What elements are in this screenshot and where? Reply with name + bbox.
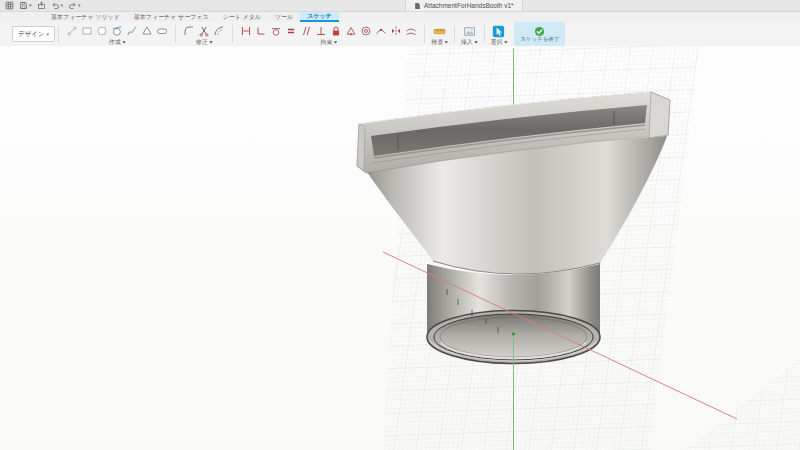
workspace-caret: ▾	[47, 32, 50, 37]
tab-solid-label: 基本フィーチャ ソリッド	[51, 13, 120, 22]
midpoint-constraint-button[interactable]	[344, 24, 358, 39]
inspect-group-label[interactable]: 検査 ▾	[431, 39, 448, 45]
undo-caret: ▾	[61, 3, 64, 8]
save-caret: ▾	[29, 3, 32, 8]
modify-group-label[interactable]: 修正 ▾	[196, 39, 213, 45]
measure-button[interactable]	[432, 24, 446, 39]
trim-scissors-icon	[198, 25, 210, 37]
redo-button[interactable]: ▾	[67, 1, 82, 11]
insert-group-label[interactable]: 挿入 ▾	[461, 39, 478, 45]
horizontal-vertical-button[interactable]	[254, 24, 268, 39]
tab-sketch-label: スケッチ	[307, 12, 332, 21]
fix-constraint-button[interactable]	[329, 24, 343, 39]
model-mouth-left-cap[interactable]	[357, 124, 365, 171]
select-group-label[interactable]: 選択 ▾	[491, 39, 508, 45]
circle-icon	[96, 25, 108, 37]
concentric-constraint-button[interactable]	[359, 24, 373, 39]
concentric-icon	[360, 25, 372, 37]
horizontal-vertical-icon	[255, 25, 267, 37]
tab-tools-label: ツール	[275, 13, 293, 22]
curvature-constraint-button[interactable]	[404, 24, 418, 39]
workspace-label: デザイン	[18, 30, 45, 39]
tab-sketch-active[interactable]: スケッチ	[300, 12, 339, 22]
parallel-icon	[300, 25, 312, 37]
export-button[interactable]	[36, 1, 47, 11]
parallel-constraint-button[interactable]	[299, 24, 313, 39]
trim-tool-button[interactable]	[197, 24, 211, 39]
document-tab[interactable]: AttachmentForHandsBooth v1*	[405, 0, 523, 11]
insert-group: 挿入 ▾	[458, 22, 481, 46]
workspace-selector[interactable]: デザイン ▾	[12, 26, 55, 42]
undo-button[interactable]: ▾	[50, 1, 65, 11]
document-icon	[414, 2, 421, 10]
finish-sketch-button[interactable]: スケッチを終了	[514, 22, 565, 46]
tangent-constraint-icon	[270, 25, 282, 37]
modify-group: 修正 ▾	[179, 22, 229, 46]
undo-icon	[51, 1, 60, 10]
sketch-dimension-icon	[240, 25, 252, 37]
slot-tool-button[interactable]	[155, 24, 169, 39]
point-on-curve-button[interactable]	[374, 24, 388, 39]
fusion360-window: ▾ ▾ ▾	[0, 0, 800, 450]
canvas-insert-icon	[463, 25, 476, 38]
save-button[interactable]: ▾	[18, 1, 33, 11]
rectangle-icon	[81, 25, 93, 37]
equal-icon	[285, 25, 297, 37]
tangent-circle-icon	[111, 25, 123, 37]
fix-lock-icon	[330, 25, 342, 37]
rectangle-tool-button[interactable]	[80, 24, 94, 39]
toolbar-divider	[484, 25, 485, 43]
title-bar: ▾ ▾ ▾	[0, 0, 800, 12]
measure-icon	[433, 25, 446, 38]
circle-tool-button[interactable]	[95, 24, 109, 39]
toolbar-divider	[454, 25, 455, 43]
tangent-constraint-button[interactable]	[269, 24, 283, 39]
tab-surface-label: 基本フィーチャ サーフェス	[134, 13, 209, 22]
constraints-group-label[interactable]: 拘束 ▾	[320, 39, 337, 45]
fillet-icon	[183, 25, 195, 37]
canvas-insert-button[interactable]	[462, 24, 476, 39]
finish-sketch-label: スケッチを終了	[520, 37, 559, 43]
line-icon	[66, 25, 78, 37]
toolbar-divider	[424, 25, 425, 43]
data-panel-button[interactable]	[4, 1, 15, 11]
spline-tool-button[interactable]	[125, 24, 139, 39]
point-on-curve-icon	[375, 25, 387, 37]
sketch-dimension-button[interactable]	[239, 24, 253, 39]
select-cursor-icon	[492, 25, 505, 38]
redo-caret: ▾	[78, 3, 81, 8]
data-panel-grid-icon	[5, 1, 14, 10]
create-group: 作成 ▾	[62, 22, 172, 46]
sketch-toolbar: デザイン ▾	[0, 22, 800, 47]
select-group: 選択 ▾	[488, 22, 511, 46]
save-icon	[19, 1, 28, 10]
spline-icon	[126, 25, 138, 37]
symmetry-icon	[390, 25, 402, 37]
symmetry-constraint-button[interactable]	[389, 24, 403, 39]
model-mouth-right-cap[interactable]	[649, 92, 670, 138]
fillet-tool-button[interactable]	[182, 24, 196, 39]
equal-constraint-button[interactable]	[284, 24, 298, 39]
tab-solid[interactable]: 基本フィーチャ ソリッド	[44, 12, 127, 22]
inspect-group: 検査 ▾	[428, 22, 451, 46]
perpendicular-icon	[315, 25, 327, 37]
offset-tool-button[interactable]	[212, 24, 226, 39]
polygon-tool-button[interactable]	[140, 24, 154, 39]
3d-viewport[interactable]	[0, 46, 800, 450]
line-tool-button[interactable]	[65, 24, 79, 39]
3d-viewport-canvas[interactable]	[0, 46, 800, 450]
toolbar-tab-row: 基本フィーチャ ソリッド 基本フィーチャ サーフェス シート メタル ツール ス…	[0, 12, 800, 22]
document-title: AttachmentForHandsBooth v1*	[424, 2, 514, 9]
select-button[interactable]	[492, 24, 506, 39]
quick-access-toolbar: ▾ ▾ ▾	[4, 1, 82, 11]
sketch-origin-point[interactable]	[512, 332, 515, 335]
create-group-label[interactable]: 作成 ▾	[109, 39, 126, 45]
tangent-circle-tool-button[interactable]	[110, 24, 124, 39]
tab-tools[interactable]: ツール	[268, 12, 300, 22]
tab-sheet-metal[interactable]: シート メタル	[216, 12, 268, 22]
slot-icon	[156, 25, 168, 37]
tab-surface[interactable]: 基本フィーチャ サーフェス	[127, 12, 216, 22]
midpoint-icon	[345, 25, 357, 37]
toolbar-divider	[232, 25, 233, 43]
perpendicular-constraint-button[interactable]	[314, 24, 328, 39]
